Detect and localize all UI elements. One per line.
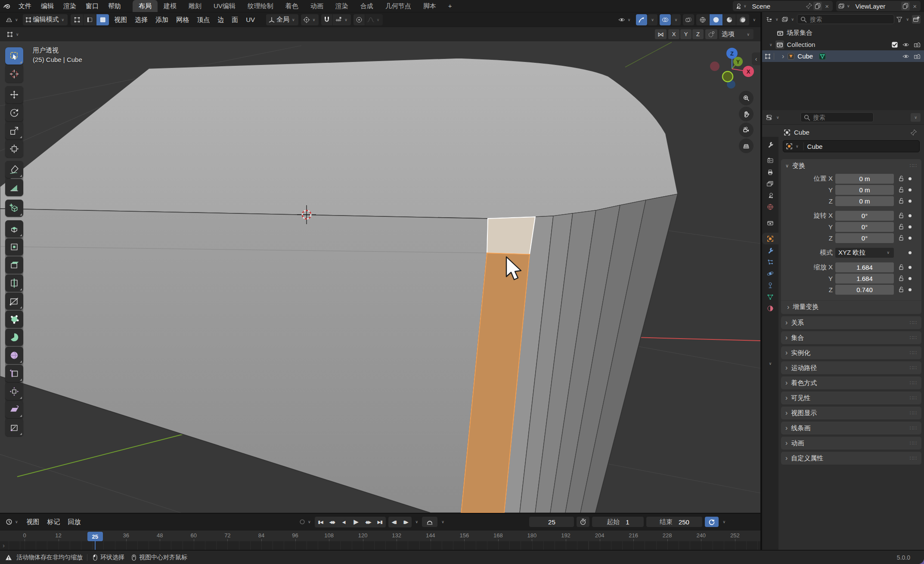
select-mode-vertex[interactable] [71,14,83,25]
tool-inset-faces[interactable] [5,238,23,256]
tab-output[interactable] [762,166,778,178]
number-field[interactable]: 0° [835,222,894,232]
pin-icon[interactable] [910,129,917,136]
lock-open-icon[interactable] [896,175,906,182]
tool-shear[interactable] [5,401,23,418]
gizmos-toggle[interactable] [636,14,647,25]
workspace-tab[interactable]: 几何节点 [379,0,417,12]
panel-header[interactable]: 运动路径 [781,361,921,374]
tool-scale[interactable] [5,122,23,139]
proportional-falloff-dropdown[interactable] [365,14,383,25]
tool-spin[interactable] [5,329,23,346]
drag-grip-icon[interactable] [910,350,917,356]
panel-header[interactable]: 关系 [781,316,921,329]
lock-open-icon[interactable] [896,234,906,241]
camera-icon[interactable] [914,53,921,60]
number-field[interactable]: 1.684 [835,274,894,284]
workspace-tab[interactable]: 渲染 [329,0,354,12]
tab-particles[interactable] [762,256,778,268]
tool-smooth[interactable] [5,347,23,364]
drag-grip-icon[interactable] [910,425,917,431]
frame-end-field[interactable]: 结束 250 [646,517,702,527]
shading-solid-button[interactable] [710,14,722,25]
visibility-dropdown[interactable] [616,14,634,25]
number-field[interactable]: 0 m [835,196,894,206]
drag-grip-icon[interactable] [910,365,917,371]
gizmos-dropdown[interactable] [648,14,657,25]
lock-open-icon[interactable] [896,286,906,293]
options-dropdown[interactable]: 选项 [719,29,753,39]
axis-ball-neg-y[interactable] [722,71,733,82]
number-field[interactable]: 0° [835,211,894,221]
tool-loop-cut[interactable] [5,274,23,292]
timeline-editor-type-button[interactable] [3,516,22,527]
viewport-menu-item[interactable]: UV [242,14,259,25]
proportional-edit-toggle[interactable] [353,14,365,25]
expand-chevron-icon[interactable] [782,52,788,60]
timeline-ruler[interactable]: 0122436486072849610812013214415616818019… [0,530,760,541]
workspace-tab[interactable]: 动画 [304,0,329,12]
timeline-menu-item[interactable]: 标记 [43,516,64,527]
select-mode-face[interactable] [96,14,109,25]
animate-dot-icon[interactable] [908,251,912,254]
tool-annotate[interactable] [5,161,23,178]
mirror-axis-z[interactable]: Z [692,29,704,39]
record-icon[interactable] [299,518,306,525]
close-icon[interactable] [823,3,831,10]
workspace-tab[interactable]: 纹理绘制 [242,0,279,12]
viewlayer-name[interactable]: ViewLayer [852,3,901,10]
panel-header[interactable]: 着色方式 [781,376,921,389]
animate-dot-icon[interactable] [908,266,912,269]
animate-dot-icon[interactable] [908,188,912,191]
lock-open-icon[interactable] [896,264,906,271]
close-icon[interactable] [911,3,919,10]
panel-header[interactable]: 自定义属性 [781,452,921,465]
pan-button[interactable] [739,107,753,121]
playhead[interactable]: 25 [87,532,103,541]
scene-name[interactable]: Scene [749,3,805,10]
panel-header[interactable]: 实例化 [781,346,921,359]
tool-rip-region[interactable] [5,419,23,436]
animate-dot-icon[interactable] [908,288,912,291]
tab-modifiers[interactable] [762,244,778,256]
panel-header[interactable]: 视图显示 [781,407,921,419]
panel-header[interactable]: 可见性 [781,391,921,404]
select-mode-edge[interactable] [84,14,96,25]
zoom-button[interactable] [739,91,753,105]
new-collection-icon[interactable] [912,15,921,24]
lock-open-icon[interactable] [896,197,906,204]
tab-scene[interactable] [762,189,778,201]
shading-material-button[interactable] [723,14,736,25]
filter-icon[interactable] [896,16,903,23]
transform-panel-header[interactable]: 变换 [781,159,921,172]
properties-options-icon[interactable] [911,113,921,122]
tab-object[interactable] [762,233,778,244]
viewlayer-selector[interactable]: ViewLayer [836,1,921,11]
tab-view-layer[interactable] [762,178,778,189]
viewport-menu-item[interactable]: 选择 [131,14,152,25]
navigation-gizmo[interactable]: Z Y X [705,44,760,93]
outliner-filter-type-icon[interactable] [781,16,788,23]
jump-end-button[interactable]: ▶▮ [374,517,386,527]
number-field[interactable]: 0.740 [835,285,894,295]
active-face[interactable] [487,217,535,254]
copy-icon[interactable] [901,2,910,10]
tool-poly-build[interactable] [5,311,23,328]
eye-icon[interactable] [902,41,909,48]
blender-logo-icon[interactable] [3,3,10,9]
tool-edge-slide[interactable] [5,365,23,382]
timeline-track[interactable]: 25 [0,541,760,551]
timeline-snap-button[interactable] [422,517,437,527]
workspace-tab[interactable]: 合成 [354,0,379,12]
menu-item[interactable]: 帮助 [103,0,126,12]
current-frame-field[interactable]: 25 [529,517,574,527]
properties-search[interactable] [800,112,874,122]
active-tool-dropdown[interactable] [4,29,22,40]
xray-toggle[interactable] [683,14,694,25]
tab-collection[interactable] [762,217,778,228]
viewport-menu-item[interactable]: 面 [228,14,242,25]
checkbox-icon[interactable] [891,41,898,48]
mirror-axis-x[interactable]: X [668,29,679,39]
cube-top-face[interactable] [0,58,678,219]
viewport-menu-item[interactable]: 网格 [172,14,193,25]
